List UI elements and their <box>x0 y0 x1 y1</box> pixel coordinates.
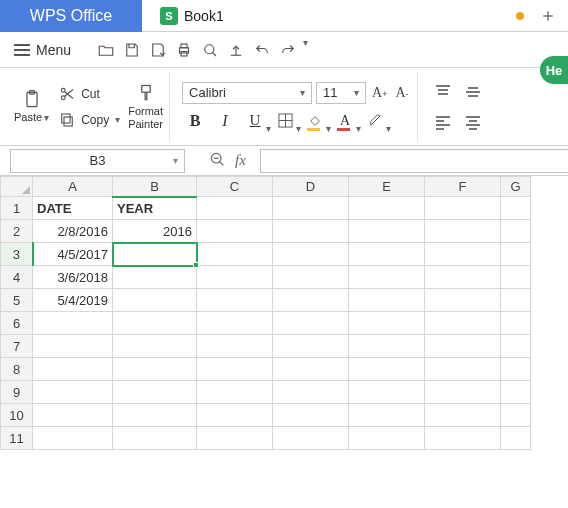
open-icon[interactable] <box>93 37 119 63</box>
col-header[interactable]: E <box>349 177 425 197</box>
cell[interactable] <box>501 312 531 335</box>
cell[interactable] <box>197 381 273 404</box>
align-middle-button[interactable] <box>460 81 486 103</box>
align-left-button[interactable] <box>430 111 456 133</box>
cell[interactable] <box>113 312 197 335</box>
cell[interactable] <box>273 427 349 450</box>
cell[interactable] <box>197 197 273 220</box>
cell[interactable] <box>425 197 501 220</box>
cell[interactable] <box>113 266 197 289</box>
cell[interactable] <box>33 335 113 358</box>
cell[interactable] <box>273 220 349 243</box>
cell[interactable] <box>197 266 273 289</box>
cell[interactable] <box>113 358 197 381</box>
document-tab[interactable]: S Book1 <box>142 0 242 32</box>
align-center-button[interactable] <box>460 111 486 133</box>
cell[interactable] <box>425 289 501 312</box>
cell[interactable] <box>501 266 531 289</box>
cell[interactable]: 2/8/2016 <box>33 220 113 243</box>
format-painter-button[interactable]: FormatPainter <box>128 83 163 129</box>
cell[interactable] <box>273 312 349 335</box>
cell[interactable] <box>197 427 273 450</box>
row-header[interactable]: 1 <box>1 197 33 220</box>
cell[interactable] <box>501 427 531 450</box>
cell[interactable] <box>349 427 425 450</box>
cell[interactable] <box>197 289 273 312</box>
cell[interactable]: 2016 <box>113 220 197 243</box>
cell[interactable] <box>349 197 425 220</box>
bold-button[interactable]: B <box>182 110 208 132</box>
cell[interactable] <box>349 266 425 289</box>
paste-button[interactable]: Paste▾ <box>14 89 49 123</box>
font-name-select[interactable]: Calibri▾ <box>182 82 312 104</box>
row-header[interactable]: 5 <box>1 289 33 312</box>
trace-icon[interactable] <box>209 151 225 170</box>
cell[interactable] <box>349 243 425 266</box>
copy-button[interactable]: Copy▾ <box>53 109 124 131</box>
cell[interactable] <box>425 358 501 381</box>
select-all-corner[interactable] <box>1 177 33 197</box>
quick-dropdown-icon[interactable]: ▾ <box>303 37 308 63</box>
cell[interactable] <box>273 404 349 427</box>
col-header[interactable]: G <box>501 177 531 197</box>
cell[interactable] <box>425 335 501 358</box>
cell[interactable] <box>501 358 531 381</box>
cell[interactable] <box>501 289 531 312</box>
cell[interactable] <box>349 404 425 427</box>
cell[interactable] <box>501 404 531 427</box>
save-as-icon[interactable] <box>145 37 171 63</box>
shrink-font-button[interactable]: A- <box>393 85 410 101</box>
cell[interactable] <box>273 335 349 358</box>
cell[interactable] <box>349 289 425 312</box>
cell[interactable]: 5/4/2019 <box>33 289 113 312</box>
cell[interactable] <box>33 404 113 427</box>
cell[interactable] <box>113 335 197 358</box>
cell[interactable] <box>197 243 273 266</box>
cell[interactable] <box>273 289 349 312</box>
cell[interactable] <box>349 381 425 404</box>
cell[interactable] <box>273 197 349 220</box>
cell[interactable] <box>425 404 501 427</box>
underline-button[interactable]: U▾ <box>242 110 268 132</box>
col-header[interactable]: A <box>33 177 113 197</box>
cell[interactable] <box>501 220 531 243</box>
print-preview-icon[interactable] <box>197 37 223 63</box>
cell[interactable] <box>349 220 425 243</box>
print-icon[interactable] <box>171 37 197 63</box>
name-box[interactable]: B3 ▾ <box>10 149 185 173</box>
cell[interactable]: DATE <box>33 197 113 220</box>
align-top-button[interactable] <box>430 81 456 103</box>
col-header[interactable]: D <box>273 177 349 197</box>
cell[interactable] <box>425 381 501 404</box>
cell[interactable] <box>33 358 113 381</box>
save-icon[interactable] <box>119 37 145 63</box>
cell[interactable] <box>113 289 197 312</box>
cut-button[interactable]: Cut <box>53 83 124 105</box>
cell[interactable] <box>425 427 501 450</box>
cell[interactable] <box>273 266 349 289</box>
row-header[interactable]: 6 <box>1 312 33 335</box>
undo-icon[interactable] <box>249 37 275 63</box>
cell[interactable] <box>33 381 113 404</box>
row-header[interactable]: 2 <box>1 220 33 243</box>
col-header[interactable]: C <box>197 177 273 197</box>
cell[interactable] <box>197 312 273 335</box>
cell[interactable]: YEAR <box>113 197 197 220</box>
fx-icon[interactable]: fx <box>235 152 246 169</box>
col-header[interactable]: F <box>425 177 501 197</box>
row-header[interactable]: 4 <box>1 266 33 289</box>
cell[interactable] <box>501 335 531 358</box>
cell[interactable] <box>113 404 197 427</box>
add-tab-button[interactable] <box>534 2 562 30</box>
cell[interactable] <box>349 335 425 358</box>
borders-button[interactable]: ▾ <box>272 110 298 132</box>
spreadsheet-grid[interactable]: A B C D E F G 1DATEYEAR 22/8/20162016 34… <box>0 176 568 450</box>
fill-color-button[interactable]: ▾ <box>302 110 328 132</box>
cell[interactable] <box>349 312 425 335</box>
cell[interactable] <box>197 335 273 358</box>
menu-button[interactable]: Menu <box>8 39 77 61</box>
row-header[interactable]: 9 <box>1 381 33 404</box>
cell[interactable] <box>113 427 197 450</box>
row-header[interactable]: 10 <box>1 404 33 427</box>
cell[interactable] <box>425 243 501 266</box>
